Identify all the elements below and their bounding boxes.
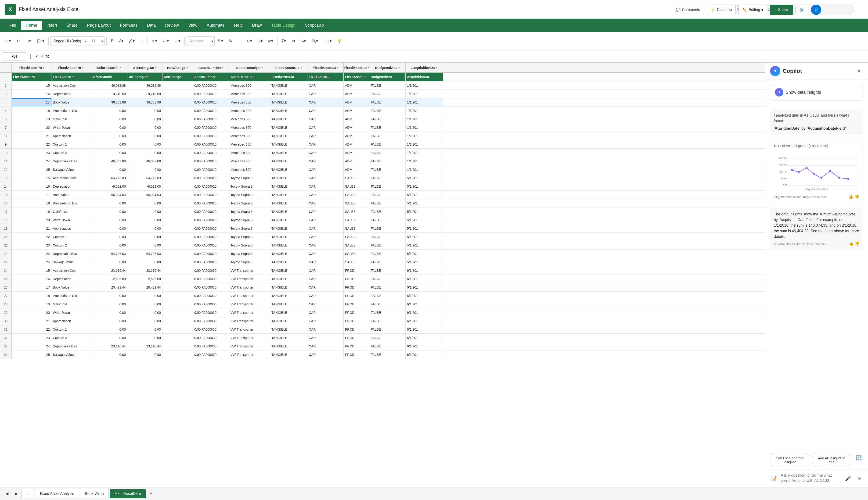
cell[interactable]: PROD (343, 300, 369, 308)
cell[interactable]: FALSE (369, 258, 406, 266)
cell[interactable]: Toyota Supra 3. (229, 191, 270, 199)
cell[interactable]: 0.00 (90, 233, 127, 241)
cell[interactable]: PROD (343, 334, 369, 342)
cell[interactable]: 0.00 (90, 308, 127, 317)
cell[interactable]: Depreciation (52, 275, 90, 283)
cell[interactable]: 1/1/201 (406, 140, 443, 148)
cell[interactable]: SALES (343, 241, 369, 249)
cell[interactable]: 0.00 FA000030 (193, 325, 229, 333)
cell[interactable]: Mercedes 300 (229, 123, 270, 132)
cell[interactable]: 0.00 FA000030 (193, 308, 229, 317)
cell[interactable]: 0.00 FA000030 (193, 351, 229, 359)
cell[interactable]: 1/1/201 (406, 98, 443, 106)
cell[interactable] (162, 207, 193, 216)
cell[interactable]: FixedAssetPo (52, 73, 90, 81)
cell[interactable]: VW Transporter (229, 351, 270, 359)
cell[interactable]: 5/1/201 (406, 258, 443, 266)
cell[interactable]: Custom 2 (52, 241, 90, 249)
cell[interactable]: FALSE (369, 342, 406, 350)
table-row[interactable]: 619Gain/Loss0.000.000.00 FA000010Mercede… (0, 115, 765, 123)
cell[interactable]: PROD (343, 266, 369, 274)
ideas-button[interactable]: 💡 (335, 36, 344, 46)
cell[interactable]: CAR (307, 292, 343, 300)
cell[interactable]: Appreciation (52, 317, 90, 325)
cell[interactable]: SALES (343, 216, 369, 224)
cell[interactable]: CAR (307, 325, 343, 333)
cell[interactable]: AcquisitionDa (406, 73, 443, 81)
cell[interactable]: 0.00 (127, 207, 162, 216)
cell[interactable]: CAR (307, 266, 343, 274)
sheet-tab-book-value[interactable]: Book Value (80, 489, 109, 498)
cell[interactable]: CAR (307, 207, 343, 216)
cell[interactable]: Depreciation (52, 182, 90, 191)
cell[interactable]: 0.00 (90, 241, 127, 249)
col-header-j[interactable]: FixedAssetLo ▾ (343, 62, 369, 72)
cell[interactable]: Mercedes 300 (229, 140, 270, 148)
cell[interactable]: 0.00 FA000020 (193, 258, 229, 266)
cell[interactable]: Proceeds on Dis (52, 199, 90, 207)
cell[interactable]: AssetNumber (193, 73, 229, 81)
cell[interactable]: CAR (307, 182, 343, 191)
col-header-l[interactable]: AcquisitionDa ▾ (406, 62, 443, 72)
cell[interactable]: FALSE (369, 207, 406, 216)
cell[interactable]: Mercedes 300 (229, 106, 270, 115)
cell[interactable]: FALSE (369, 283, 406, 291)
cell[interactable]: CAR (307, 174, 343, 182)
cell[interactable]: Toyota Supra 3. (229, 258, 270, 266)
cell[interactable] (162, 300, 193, 308)
copilot-chat-input[interactable] (781, 473, 841, 484)
cell[interactable] (162, 174, 193, 182)
cell[interactable]: CAR (307, 233, 343, 241)
conditional-format-button[interactable]: ⊟▾ (245, 36, 254, 46)
cell[interactable]: Appreciation (52, 224, 90, 232)
copilot-close-button[interactable]: ✕ (855, 67, 863, 75)
cell[interactable]: Mercedes 300 (229, 149, 270, 157)
cell[interactable]: 20 (12, 308, 52, 317)
cell[interactable]: 19 (12, 115, 52, 123)
cell[interactable]: SALES (343, 250, 369, 258)
cell[interactable]: ADM (343, 149, 369, 157)
cell[interactable]: 0.00 FA000020 (193, 207, 229, 216)
thumbs-up-button-1[interactable]: 👍 (849, 195, 853, 199)
thumbs-up-button-2[interactable]: 👍 (849, 241, 854, 246)
cell[interactable]: -9,249.00 (127, 90, 162, 98)
tab-data[interactable]: Data (142, 21, 160, 30)
cell[interactable]: 1/1/201 (406, 106, 443, 115)
cell[interactable]: 0.00 FA000030 (193, 300, 229, 308)
cell[interactable]: Gain/Loss (52, 115, 90, 123)
table-row[interactable]: 215Acquisition Cost46,032.8846,032.880.0… (0, 81, 765, 90)
cell[interactable]: 0.00 FA000020 (193, 191, 229, 199)
sheet-tab-fixed-asset-data[interactable]: FixedAssetData (110, 489, 146, 498)
cell[interactable]: TANGIBLE (270, 351, 307, 359)
cell[interactable]: SALES (343, 182, 369, 191)
cell[interactable]: 0.00 FA000010 (193, 132, 229, 140)
col-header-i[interactable]: FixedAssetSu ▾ (307, 62, 343, 72)
cell[interactable]: 21 (12, 224, 52, 232)
cell[interactable]: -2,695.00 (127, 275, 162, 283)
cell[interactable]: 6/1/201 (406, 351, 443, 359)
cell[interactable]: ADM (343, 166, 369, 174)
settings-button[interactable]: ⚙️ (796, 5, 808, 15)
cell[interactable]: 0.00 (127, 123, 162, 132)
cell[interactable]: 0.00 FA000020 (193, 224, 229, 232)
cell[interactable]: FALSE (369, 334, 406, 342)
cell[interactable]: 1/1/201 (406, 90, 443, 98)
cell[interactable] (162, 90, 193, 98)
cell[interactable]: FixedAssetLo (343, 73, 369, 81)
cell[interactable]: CAR (307, 149, 343, 157)
cell[interactable]: -2,695.00 (90, 275, 127, 283)
cell[interactable]: Toyota Supra 3. (229, 216, 270, 224)
cell[interactable]: CAR (307, 123, 343, 132)
table-row[interactable]: 1921Appreciation0.000.000.00 FA000020Toy… (0, 224, 765, 233)
cell[interactable]: 6/1/201 (406, 283, 443, 291)
cell[interactable]: 18 (12, 106, 52, 115)
cell[interactable]: Depreciation (52, 90, 90, 98)
cell[interactable]: Write-Down (52, 216, 90, 224)
checkmark-icon[interactable]: ✓ (35, 54, 38, 59)
cell[interactable]: Toyota Supra 3. (229, 174, 270, 182)
cell[interactable]: SALES (343, 174, 369, 182)
paste-button[interactable]: 📋 ▾ (34, 36, 46, 46)
cell[interactable]: 0.00 (90, 258, 127, 266)
cell[interactable]: Book Value (52, 283, 90, 291)
cell[interactable]: 0.00 (90, 115, 127, 123)
